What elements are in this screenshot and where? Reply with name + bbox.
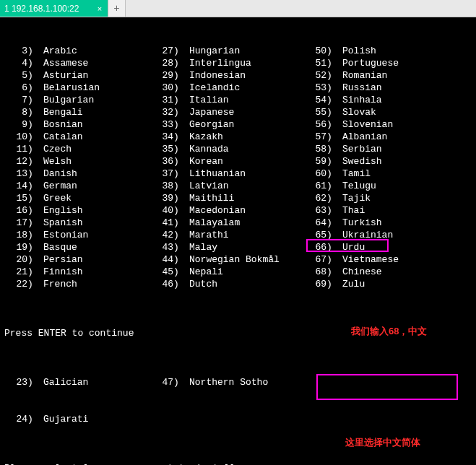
language-row: 9)Bosnian33)Georgian56)Slovenian bbox=[4, 118, 472, 131]
language-row: 4)Assamese28)Interlingua51)Portuguese bbox=[4, 57, 472, 69]
language-row: 17)Spanish41)Malayalam64)Turkish bbox=[4, 217, 472, 229]
language-row: 15)Greek39)Maithili62)Tajik bbox=[4, 192, 472, 204]
language-row: 12)Welsh36)Korean59)Swedish bbox=[4, 155, 472, 168]
tab-bar: 1 192.168.1.100:22 × + bbox=[0, 0, 476, 17]
extra-row-1: 23)Galician 47)Northern Sotho bbox=[4, 376, 472, 388]
extra-row-2: 24)Gujarati bbox=[4, 413, 472, 425]
terminal-tab[interactable]: 1 192.168.1.100:22 × bbox=[0, 0, 108, 17]
language-row: 19)Basque43)Malay66)Urdu bbox=[4, 241, 472, 253]
language-row: 21)Finnish45)Nepali68)Chinese bbox=[4, 266, 472, 278]
annotation-note-2: 这里选择中文简体 bbox=[345, 436, 420, 448]
add-tab-button[interactable]: + bbox=[108, 0, 126, 17]
language-row: 20)Persian44)Norwegian Bokmål67)Vietname… bbox=[4, 253, 472, 266]
language-row: 16)English40)Macedonian63)Thai bbox=[4, 204, 472, 217]
language-row: 18)Estonian42)Marathi65)Ukrainian bbox=[4, 229, 472, 241]
language-row: 14)German38)Latvian61)Telugu bbox=[4, 180, 472, 192]
close-icon[interactable]: × bbox=[96, 5, 103, 12]
select-prompt-1: Please select language support to instal… bbox=[4, 462, 472, 465]
language-row: 10)Catalan34)Kazakh57)Albanian bbox=[4, 131, 472, 143]
language-row: 3)Arabic27)Hungarian50)Polish bbox=[4, 45, 472, 57]
tab-label: 1 192.168.1.100:22 bbox=[4, 4, 92, 14]
language-list: 3)Arabic27)Hungarian50)Polish4)Assamese2… bbox=[4, 45, 472, 290]
language-row: 6)Belarusian30)Icelandic53)Russian bbox=[4, 82, 472, 94]
language-row: 22)French46)Dutch69)Zulu bbox=[4, 278, 472, 290]
language-row: 8)Bengali32)Japanese55)Slovak bbox=[4, 106, 472, 118]
language-row: 5)Asturian29)Indonesian52)Romanian bbox=[4, 69, 472, 82]
terminal-viewport[interactable]: 3)Arabic27)Hungarian50)Polish4)Assamese2… bbox=[0, 17, 476, 465]
language-row: 11)Czech35)Kannada58)Serbian bbox=[4, 143, 472, 155]
language-row: 13)Danish37)Lithuanian60)Tamil bbox=[4, 168, 472, 180]
annotation-note-1: 我们输入68，中文 bbox=[351, 325, 427, 337]
language-row: 7)Bulgarian31)Italian54)Sinhala bbox=[4, 94, 472, 106]
